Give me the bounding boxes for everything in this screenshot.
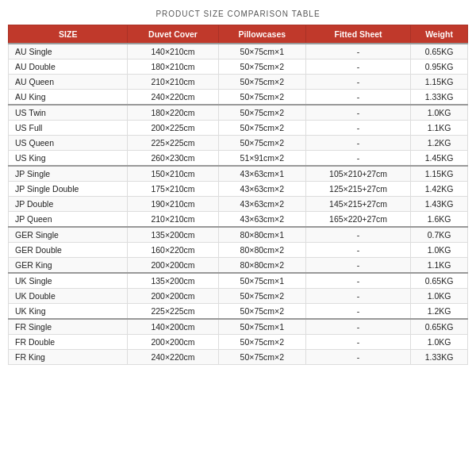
table-cell: GER King	[9, 258, 128, 274]
table-cell: 140×200cm	[128, 319, 218, 335]
table-cell: US King	[9, 151, 128, 167]
col-header-pillowcases: Pillowcases	[218, 25, 305, 44]
table-cell: 165×220+27cm	[306, 212, 411, 228]
table-cell: 50×75cm×2	[218, 75, 305, 90]
table-cell: -	[306, 105, 411, 121]
table-row: AU Double180×210cm50×75cm×2-0.95KG	[9, 60, 468, 75]
table-cell: 240×220cm	[128, 90, 218, 106]
table-cell: 50×75cm×1	[218, 273, 305, 289]
table-cell: US Full	[9, 121, 128, 136]
table-cell: 135×200cm	[128, 227, 218, 243]
table-cell: US Twin	[9, 105, 128, 121]
table-cell: FR Double	[9, 335, 128, 350]
table-cell: 240×220cm	[128, 350, 218, 365]
table-cell: 200×200cm	[128, 335, 218, 350]
table-cell: 190×210cm	[128, 197, 218, 212]
table-cell: 0.95KG	[411, 60, 468, 75]
table-cell: GER Double	[9, 243, 128, 258]
table-row: UK Single135×200cm50×75cm×1-0.65KG	[9, 273, 468, 289]
table-cell: 50×75cm×2	[218, 105, 305, 121]
size-comparison-table: SIZEDuvet CoverPillowcasesFitted SheetWe…	[8, 25, 468, 365]
table-cell: 1.45KG	[411, 151, 468, 167]
table-cell: 50×75cm×2	[218, 350, 305, 365]
table-row: JP Double190×210cm43×63cm×2145×215+27cm1…	[9, 197, 468, 212]
table-cell: 1.33KG	[411, 90, 468, 106]
table-cell: -	[306, 136, 411, 151]
table-cell: 225×225cm	[128, 136, 218, 151]
table-cell: 80×80cm×1	[218, 227, 305, 243]
table-cell: 180×210cm	[128, 60, 218, 75]
table-cell: 1.6KG	[411, 212, 468, 228]
table-cell: 43×63cm×1	[218, 166, 305, 182]
col-header-duvet-cover: Duvet Cover	[128, 25, 218, 44]
table-cell: 43×63cm×2	[218, 197, 305, 212]
table-cell: 140×210cm	[128, 44, 218, 60]
table-cell: AU Double	[9, 60, 128, 75]
table-cell: 1.0KG	[411, 289, 468, 304]
table-row: GER King200×200cm80×80cm×2-1.1KG	[9, 258, 468, 274]
table-cell: 50×75cm×2	[218, 136, 305, 151]
table-cell: UK Double	[9, 289, 128, 304]
table-row: FR Single140×200cm50×75cm×1-0.65KG	[9, 319, 468, 335]
table-cell: 1.1KG	[411, 258, 468, 274]
table-cell: AU King	[9, 90, 128, 106]
table-cell: 1.15KG	[411, 166, 468, 182]
table-cell: 125×215+27cm	[306, 182, 411, 197]
table-cell: UK Single	[9, 273, 128, 289]
table-cell: JP Double	[9, 197, 128, 212]
table-row: AU King240×220cm50×75cm×2-1.33KG	[9, 90, 468, 106]
table-row: GER Double160×220cm80×80cm×2-1.0KG	[9, 243, 468, 258]
table-cell: FR Single	[9, 319, 128, 335]
table-cell: 210×210cm	[128, 75, 218, 90]
table-cell: 1.0KG	[411, 243, 468, 258]
table-row: JP Queen210×210cm43×63cm×2165×220+27cm1.…	[9, 212, 468, 228]
table-row: JP Single Double175×210cm43×63cm×2125×21…	[9, 182, 468, 197]
table-cell: 1.43KG	[411, 197, 468, 212]
table-cell: 50×75cm×2	[218, 121, 305, 136]
table-cell: -	[306, 151, 411, 167]
table-cell: -	[306, 304, 411, 320]
col-header-weight: Weight	[411, 25, 468, 44]
table-cell: 1.33KG	[411, 350, 468, 365]
table-row: US Full200×225cm50×75cm×2-1.1KG	[9, 121, 468, 136]
table-cell: -	[306, 60, 411, 75]
table-cell: GER Single	[9, 227, 128, 243]
table-row: FR King240×220cm50×75cm×2-1.33KG	[9, 350, 468, 365]
table-cell: 200×200cm	[128, 258, 218, 274]
col-header-size: SIZE	[9, 25, 128, 44]
table-cell: 200×225cm	[128, 121, 218, 136]
table-cell: 50×75cm×1	[218, 44, 305, 60]
table-cell: -	[306, 350, 411, 365]
table-row: AU Queen210×210cm50×75cm×2-1.15KG	[9, 75, 468, 90]
table-cell: 50×75cm×2	[218, 304, 305, 320]
table-cell: 1.42KG	[411, 182, 468, 197]
table-cell: JP Single	[9, 166, 128, 182]
table-cell: 0.65KG	[411, 319, 468, 335]
table-cell: -	[306, 289, 411, 304]
table-cell: -	[306, 258, 411, 274]
table-cell: -	[306, 335, 411, 350]
page-title: PRODUCT SIZE COMPARISON TABLE	[155, 10, 320, 18]
table-cell: AU Queen	[9, 75, 128, 90]
table-row: AU Single140×210cm50×75cm×1-0.65KG	[9, 44, 468, 60]
table-cell: 1.2KG	[411, 304, 468, 320]
table-cell: 43×63cm×2	[218, 182, 305, 197]
table-cell: 210×210cm	[128, 212, 218, 228]
table-cell: 80×80cm×2	[218, 258, 305, 274]
table-cell: JP Queen	[9, 212, 128, 228]
table-cell: 105×210+27cm	[306, 166, 411, 182]
table-header-row: SIZEDuvet CoverPillowcasesFitted SheetWe…	[9, 25, 468, 44]
table-row: UK Double200×200cm50×75cm×2-1.0KG	[9, 289, 468, 304]
table-row: US Twin180×220cm50×75cm×2-1.0KG	[9, 105, 468, 121]
table-cell: -	[306, 44, 411, 60]
table-cell: 1.15KG	[411, 75, 468, 90]
table-cell: FR King	[9, 350, 128, 365]
table-cell: 0.65KG	[411, 273, 468, 289]
table-cell: 1.0KG	[411, 105, 468, 121]
table-cell: 135×200cm	[128, 273, 218, 289]
table-cell: JP Single Double	[9, 182, 128, 197]
table-cell: -	[306, 243, 411, 258]
table-row: FR Double200×200cm50×75cm×2-1.0KG	[9, 335, 468, 350]
table-row: UK King225×225cm50×75cm×2-1.2KG	[9, 304, 468, 320]
table-cell: 200×200cm	[128, 289, 218, 304]
